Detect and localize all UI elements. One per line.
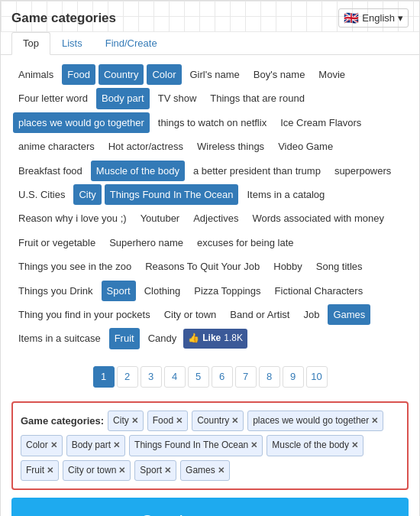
tab-top[interactable]: Top <box>11 32 50 55</box>
remove-tag-icon[interactable]: ✕ <box>118 463 125 479</box>
tag-item[interactable]: Words associated with money <box>247 208 389 229</box>
tag-item[interactable]: Color <box>147 64 181 85</box>
tag-item[interactable]: Girl's name <box>185 64 245 85</box>
tag-item[interactable]: Items in a catalog <box>241 184 330 205</box>
tag-item[interactable]: a better president than trump <box>188 161 326 181</box>
tag-item[interactable]: Clothing <box>139 281 186 301</box>
tag-item[interactable]: Fruit or vegetable <box>13 232 101 253</box>
tag-item[interactable]: places we would go together <box>13 112 150 133</box>
like-button[interactable]: 👍 Like 1.8K <box>183 329 247 349</box>
tag-item[interactable]: Candy <box>143 328 183 349</box>
page-btn-10[interactable]: 10 <box>306 366 328 388</box>
remove-tag-icon[interactable]: ✕ <box>250 438 257 453</box>
create-game-button[interactable]: Create new game <box>11 498 409 516</box>
selected-categories-box: Game categories:City ✕Food ✕Country ✕pla… <box>11 401 409 491</box>
tag-item[interactable]: excuses for being late <box>192 232 299 253</box>
tag-item[interactable]: Hobby <box>268 256 308 277</box>
page-btn-1[interactable]: 1 <box>93 366 115 388</box>
selected-label: Game categories: <box>21 412 104 430</box>
page-header: Game categories 🇬🇧 English ▾ <box>1 1 419 32</box>
tag-item[interactable]: Pizza Toppings <box>189 281 266 301</box>
selected-tag[interactable]: Food ✕ <box>147 411 188 432</box>
selected-tag[interactable]: Body part ✕ <box>66 435 125 456</box>
tag-item[interactable]: U.S. Cities <box>13 184 70 205</box>
page-btn-2[interactable]: 2 <box>117 366 138 388</box>
tag-item[interactable]: Animals <box>13 64 59 85</box>
remove-tag-icon[interactable]: ✕ <box>47 463 53 479</box>
selected-tag[interactable]: Games ✕ <box>180 460 230 482</box>
tag-item[interactable]: Video Game <box>273 136 338 157</box>
remove-tag-icon[interactable]: ✕ <box>351 438 358 453</box>
flag-icon: 🇬🇧 <box>344 11 359 25</box>
tag-item[interactable]: Boy's name <box>248 64 311 85</box>
page-btn-9[interactable]: 9 <box>283 366 304 388</box>
tab-find-create[interactable]: Find/Create <box>94 32 169 54</box>
tag-item[interactable]: Fictional Characters <box>270 281 369 301</box>
tag-item[interactable]: Muscle of the body <box>91 161 185 181</box>
tag-item[interactable]: Ice Cream Flavors <box>275 112 367 133</box>
pagination: 12345678910 <box>1 359 419 395</box>
language-selector[interactable]: 🇬🇧 English ▾ <box>338 8 409 28</box>
tag-item[interactable]: Thing you find in your pockets <box>13 304 156 325</box>
tab-bar: Top Lists Find/Create <box>1 32 419 55</box>
page-title: Game categories <box>11 11 116 26</box>
tag-item[interactable]: Reasons To Quit Your Job <box>140 256 265 277</box>
tag-item[interactable]: Adjectives <box>188 208 244 229</box>
page-btn-5[interactable]: 5 <box>188 366 209 388</box>
tag-item[interactable]: Band or Artist <box>225 304 295 325</box>
page-btn-8[interactable]: 8 <box>259 366 280 388</box>
tag-item[interactable]: TV show <box>153 88 202 109</box>
remove-tag-icon[interactable]: ✕ <box>371 414 378 429</box>
tag-item[interactable]: Items in a suitcase <box>13 328 106 349</box>
tag-item[interactable]: anime characters <box>13 136 100 157</box>
tag-item[interactable]: Song titles <box>311 256 368 277</box>
lang-label: English <box>362 12 395 24</box>
tab-lists[interactable]: Lists <box>50 32 94 54</box>
page-btn-3[interactable]: 3 <box>141 366 162 388</box>
tag-item[interactable]: Food <box>62 64 95 85</box>
tag-item[interactable]: Things you Drink <box>13 281 99 301</box>
page-btn-6[interactable]: 6 <box>212 366 233 388</box>
selected-tag[interactable]: Sport ✕ <box>134 460 176 482</box>
tag-item[interactable]: Hot actor/actress <box>103 136 189 157</box>
tag-item[interactable]: Games <box>328 304 370 325</box>
tag-item[interactable]: Reason why i love you ;) <box>13 208 132 229</box>
remove-tag-icon[interactable]: ✕ <box>50 438 57 453</box>
tag-item[interactable]: Things you see in the zoo <box>13 256 137 277</box>
selected-tag[interactable]: Things Found In The Ocean ✕ <box>129 435 263 456</box>
selected-tag[interactable]: City ✕ <box>108 411 144 432</box>
tag-item[interactable]: City or town <box>159 304 222 325</box>
remove-tag-icon[interactable]: ✕ <box>218 463 225 479</box>
tag-item[interactable]: Things that are round <box>205 88 310 109</box>
tag-item[interactable]: Breakfast food <box>13 161 88 181</box>
remove-tag-icon[interactable]: ✕ <box>131 414 138 429</box>
tag-item[interactable]: Fruit <box>109 328 140 349</box>
tag-item[interactable]: superpowers <box>329 161 396 181</box>
remove-tag-icon[interactable]: ✕ <box>176 414 183 429</box>
selected-tag[interactable]: Fruit ✕ <box>21 460 59 482</box>
tag-item[interactable]: City <box>73 184 101 205</box>
tag-item[interactable]: Wireless things <box>192 136 270 157</box>
selected-tag[interactable]: Country ✕ <box>192 411 244 432</box>
chevron-down-icon: ▾ <box>398 12 403 24</box>
selected-tag[interactable]: Color ✕ <box>21 435 63 456</box>
tag-item[interactable]: Sport <box>102 281 136 301</box>
tags-area: AnimalsFoodCountryColorGirl's nameBoy's … <box>1 55 419 359</box>
tag-item[interactable]: Things Found In The Ocean <box>105 184 239 205</box>
remove-tag-icon[interactable]: ✕ <box>164 463 171 479</box>
tag-item[interactable]: things to watch on netflix <box>153 112 272 133</box>
page-btn-7[interactable]: 7 <box>235 366 257 388</box>
tag-item[interactable]: Four letter word <box>13 88 93 109</box>
tag-item[interactable]: Body part <box>96 88 150 109</box>
remove-tag-icon[interactable]: ✕ <box>231 414 238 429</box>
tag-item[interactable]: Movie <box>313 64 351 85</box>
selected-tag[interactable]: places we would go together ✕ <box>247 411 383 432</box>
tag-item[interactable]: Youtuber <box>135 208 186 229</box>
page-btn-4[interactable]: 4 <box>164 366 186 388</box>
selected-tag[interactable]: City or town ✕ <box>63 460 131 482</box>
tag-item[interactable]: Job <box>298 304 325 325</box>
tag-item[interactable]: Superhero name <box>104 232 189 253</box>
selected-tag[interactable]: Muscle of the body ✕ <box>267 435 363 456</box>
tag-item[interactable]: Country <box>99 64 144 85</box>
remove-tag-icon[interactable]: ✕ <box>113 438 120 453</box>
